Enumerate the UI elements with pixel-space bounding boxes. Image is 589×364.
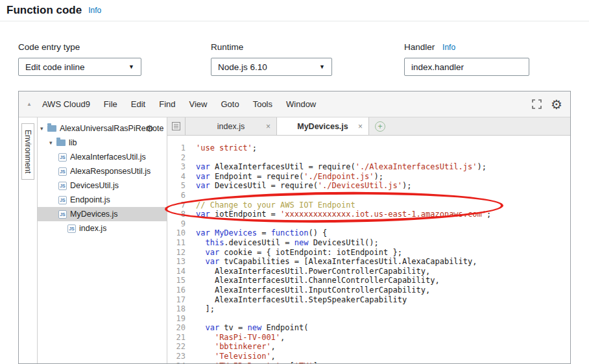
code-entry-type-field: Code entry type Edit code inline ▼	[18, 42, 141, 76]
code-line	[196, 314, 570, 324]
line-number: 13	[167, 257, 186, 267]
tab-index-js[interactable]: index.js×	[185, 117, 277, 135]
line-number: 6	[167, 191, 186, 200]
menu-item-tools[interactable]: Tools	[253, 99, 272, 109]
menubar-right: ⚙	[532, 98, 562, 111]
function-code-page: Function code Info Code entry type Edit …	[0, 0, 589, 364]
project-settings-gear-icon[interactable]: ⚙	[145, 123, 154, 134]
code-line: 'Television',	[196, 352, 570, 361]
js-file-icon: JS	[58, 210, 67, 219]
environment-side-tab[interactable]: Environment	[21, 123, 34, 180]
line-number: 9	[167, 219, 186, 229]
tab-close-icon[interactable]: ×	[358, 122, 363, 131]
tree-item-endpoint-js[interactable]: JSEndpoint.js	[38, 193, 167, 207]
line-number: 18	[167, 304, 186, 314]
line-number: 15	[167, 276, 186, 285]
code-line: var MyDevices = function() {	[196, 228, 570, 238]
tree-item-devicesutil-js[interactable]: JSDevicesUtil.js	[38, 178, 167, 193]
fullscreen-expand-icon[interactable]	[532, 99, 542, 109]
code-line: var iotEndpoint = 'xxxxxxxxxxxxxx.iot.us…	[196, 210, 570, 219]
tree-item-label: Endpoint.js	[70, 195, 110, 204]
code-line: AlexaInterfacesUtil.InputControllerCapab…	[196, 285, 570, 295]
code-line: AlexaInterfacesUtil.ChannelControllerCap…	[196, 276, 570, 285]
handler-info-link[interactable]: Info	[442, 43, 455, 52]
file-tree: ▾AlexaUniversalRasPiRemote⚙▾libJSAlexaIn…	[38, 117, 167, 363]
handler-field: Handler Info	[404, 42, 529, 76]
line-number: 21	[167, 333, 186, 343]
tree-item-label: MyDevices.js	[70, 210, 118, 219]
code-line: var AlexaInterfacesUtil = require('./Ale…	[196, 162, 570, 172]
line-number: 4	[167, 172, 186, 182]
function-code-info-link[interactable]: Info	[88, 6, 101, 15]
menu-collapse-icon[interactable]: ▲	[27, 101, 32, 107]
js-file-icon: JS	[58, 153, 67, 162]
cloud9-editor: ▲ AWS Cloud9FileEditFindViewGotoToolsWin…	[18, 91, 571, 364]
code-line: 'TV IR Remote', ['TV'],	[196, 361, 570, 363]
line-number: 16	[167, 285, 186, 295]
line-number: 10	[167, 228, 186, 238]
new-tab-plus-icon[interactable]: +	[375, 121, 385, 132]
js-file-icon: JS	[58, 167, 67, 176]
runtime-label: Runtime	[211, 42, 332, 52]
code-entry-type-select[interactable]: Edit code inline ▼	[18, 58, 141, 76]
code-line: AlexaInterfacesUtil.StepSpeakerCapabilit…	[196, 295, 570, 305]
tree-item-alexaresponsesutil-js[interactable]: JSAlexaResponsesUtil.js	[38, 164, 167, 178]
code-settings-form: Code entry type Edit code inline ▼ Runti…	[18, 42, 589, 76]
tree-item-mydevices-js[interactable]: JSMyDevices.js	[38, 207, 167, 221]
tree-item-alexauniversalraspiremote[interactable]: ▾AlexaUniversalRasPiRemote⚙	[38, 121, 167, 136]
line-number: 8	[167, 210, 186, 219]
menu-item-file[interactable]: File	[104, 99, 117, 109]
page-header: Function code Info	[0, 0, 589, 21]
tab-label: MyDevices.js	[297, 122, 348, 131]
environment-strip: Environment	[19, 117, 38, 363]
code-line: this.devicesUtil = new DevicesUtil();	[196, 238, 570, 248]
code-line: 'RasPi-TV-001',	[196, 333, 570, 343]
tree-item-index-js[interactable]: JSindex.js	[38, 221, 167, 236]
code-line	[196, 153, 570, 163]
folder-disclosure-icon[interactable]: ▾	[40, 125, 47, 132]
runtime-select[interactable]: Node.js 6.10 ▼	[211, 58, 332, 76]
code-entry-type-value: Edit code inline	[25, 62, 85, 72]
line-number: 3	[167, 162, 186, 172]
code-lines[interactable]: 'use strict'; var AlexaInterfacesUtil = …	[191, 136, 570, 363]
line-number: 5	[167, 181, 186, 191]
tree-item-alexainterfacesutil-js[interactable]: JSAlexaInterfacesUtil.js	[38, 150, 167, 164]
menu-item-window[interactable]: Window	[286, 99, 316, 109]
code-entry-type-label: Code entry type	[18, 42, 141, 52]
line-number: 23	[167, 352, 186, 361]
code-line: 'use strict';	[196, 143, 570, 153]
tab-close-icon[interactable]: ×	[266, 122, 270, 131]
tab-list-icon[interactable]	[172, 122, 180, 130]
handler-input[interactable]	[404, 58, 529, 76]
handler-label-text: Handler	[404, 42, 435, 52]
menu-item-edit[interactable]: Edit	[131, 99, 145, 109]
line-number: 11	[167, 238, 186, 248]
runtime-field: Runtime Node.js 6.10 ▼	[211, 42, 332, 76]
code-line: var DevicesUtil = require('./DevicesUtil…	[196, 181, 570, 191]
tab-mydevices-js[interactable]: MyDevices.js×	[277, 117, 369, 135]
code-line: // Change to your AWS IOT Endpoint	[196, 200, 570, 210]
code-line	[196, 219, 570, 229]
line-number: 7	[167, 200, 186, 210]
menu-item-goto[interactable]: Goto	[221, 99, 239, 109]
line-number: 12	[167, 248, 186, 258]
menu-item-view[interactable]: View	[189, 99, 208, 109]
code-line: AlexaInterfacesUtil.PowerControllerCapab…	[196, 267, 570, 276]
line-number: 19	[167, 314, 186, 324]
js-file-icon: JS	[58, 182, 67, 190]
line-number: 2	[167, 153, 186, 163]
tree-item-lib[interactable]: ▾lib	[38, 136, 167, 150]
line-number: 22	[167, 342, 186, 352]
folder-icon	[47, 125, 56, 132]
tab-label: index.js	[217, 122, 245, 131]
cloud9-menubar: ▲ AWS Cloud9FileEditFindViewGotoToolsWin…	[19, 91, 570, 117]
menu-item-find[interactable]: Find	[159, 99, 175, 109]
code-line: ];	[196, 304, 570, 314]
folder-disclosure-icon[interactable]: ▾	[49, 140, 56, 146]
code-line: var cookie = { iotEndpoint: iotEndpoint …	[196, 248, 570, 258]
menu-item-aws-cloud9[interactable]: AWS Cloud9	[42, 99, 90, 109]
tree-item-label: DevicesUtil.js	[70, 181, 119, 190]
settings-gear-icon[interactable]: ⚙	[551, 98, 562, 111]
line-number: 1	[167, 143, 186, 153]
menubar-items: AWS Cloud9FileEditFindViewGotoToolsWindo…	[42, 99, 330, 109]
